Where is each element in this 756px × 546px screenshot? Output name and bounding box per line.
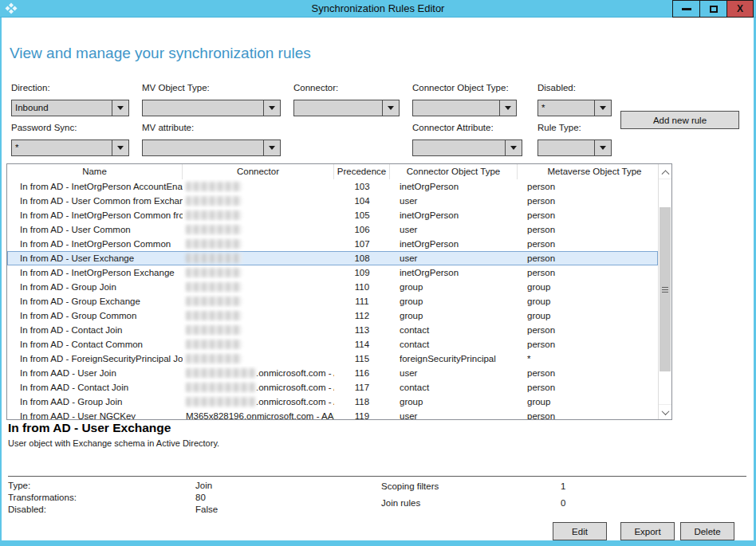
vertical-scrollbar[interactable] (658, 164, 671, 419)
title-bar: Synchronization Rules Editor X (0, 0, 756, 18)
chevron-down-icon[interactable] (382, 100, 399, 116)
redacted-connector-name (186, 282, 242, 292)
precedence-cell: 109 (334, 265, 390, 280)
chevron-down-icon[interactable] (505, 140, 522, 155)
connector-visible-text: .onmicrosoft.com - AAD (256, 397, 334, 407)
filter-connector-object-type: Connector Object Type: (412, 83, 517, 116)
detail-transformations: Transformations: 80 (8, 493, 77, 502)
rule-name-cell: In from AAD - Group Join (7, 395, 183, 409)
rule-name-cell: In from AD - Group Exchange (7, 294, 183, 308)
rule-name-cell: In from AD - User Common from Exchange (7, 194, 183, 208)
connector-object-type-cell: foreignSecurityPrincipal (390, 352, 518, 366)
filter-direction: Direction: Inbound (11, 83, 129, 116)
table-row[interactable]: In from AD - Contact Join113contactperso… (7, 323, 658, 337)
connector-cell (183, 251, 334, 265)
column-header-name[interactable]: Name (7, 164, 183, 179)
connector-object-type-cell: inetOrgPerson (390, 208, 518, 222)
precedence-cell: 107 (334, 237, 390, 251)
precedence-cell: 114 (334, 337, 390, 352)
table-row[interactable]: In from AD - User Common106userperson (7, 222, 658, 237)
rule-name-cell: In from AAD - User Join (7, 366, 183, 380)
table-row[interactable]: In from AD - InetOrgPerson Exchange109in… (7, 265, 658, 280)
connector-attribute-dropdown[interactable] (412, 139, 522, 156)
connector-object-type-dropdown[interactable] (412, 100, 517, 116)
table-row[interactable]: In from AD - Contact Common114contactper… (7, 337, 658, 352)
connector-cell (183, 352, 334, 366)
password-sync-dropdown[interactable]: * (11, 139, 129, 156)
chevron-down-icon[interactable] (594, 100, 611, 116)
scroll-up-button[interactable] (659, 164, 671, 179)
detail-join-rules: Join rules 0 (381, 498, 420, 508)
direction-dropdown[interactable]: Inbound (11, 100, 129, 116)
scrollbar-thumb[interactable] (660, 207, 671, 371)
connector-cell (183, 237, 334, 251)
detail-type-label: Type: (8, 481, 30, 490)
mv-object-type-dropdown[interactable] (142, 100, 281, 116)
rule-type-dropdown[interactable] (537, 139, 612, 156)
chevron-down-icon[interactable] (112, 140, 128, 155)
chevron-down-icon[interactable] (594, 140, 611, 155)
disabled-dropdown[interactable]: * (537, 100, 612, 116)
metaverse-object-type-cell: person (518, 366, 658, 380)
table-row[interactable]: In from AAD - Group Join.onmicrosoft.com… (7, 395, 658, 409)
password-sync-value: * (15, 143, 18, 152)
connector-cell (183, 265, 334, 280)
table-row[interactable]: In from AD - ForeignSecurityPrincipal Jo… (7, 352, 658, 366)
maximize-button[interactable] (699, 0, 726, 18)
chevron-down-icon[interactable] (263, 100, 280, 116)
table-row[interactable]: In from AD - InetOrgPerson AccountEnable… (7, 179, 658, 194)
redacted-connector-name (186, 325, 242, 335)
precedence-cell: 115 (334, 352, 390, 366)
table-row[interactable]: In from AD - Group Join110groupgroup (7, 280, 658, 294)
connector-cell: .onmicrosoft.com - AAD (183, 366, 334, 380)
mv-attribute-dropdown[interactable] (142, 139, 281, 156)
connector-cell (183, 323, 334, 337)
detail-transformations-value: 80 (195, 493, 206, 502)
connector-dropdown[interactable] (293, 100, 400, 116)
rule-type-label: Rule Type: (537, 123, 612, 133)
table-row[interactable]: In from AD - Group Exchange111groupgroup (7, 294, 658, 308)
redacted-connector-name (186, 225, 242, 234)
connector-object-type-cell: user (390, 194, 518, 208)
connector-object-type-cell: user (390, 366, 518, 380)
table-row[interactable]: In from AAD - User NGCKeyM365x828196.onm… (7, 409, 658, 419)
edit-button[interactable]: Edit (553, 522, 607, 540)
redacted-connector-name (186, 196, 242, 206)
scroll-down-button[interactable] (659, 404, 671, 419)
metaverse-object-type-cell: * (518, 352, 658, 366)
close-icon: X (737, 4, 743, 14)
connector-object-type-cell: group (390, 308, 518, 323)
delete-button[interactable]: Delete (680, 522, 734, 540)
mv-attribute-label: MV attribute: (142, 123, 281, 133)
column-header-metaverse-object-type[interactable]: Metaverse Object Type (518, 164, 671, 179)
export-button[interactable]: Export (620, 522, 675, 540)
column-header-precedence[interactable]: Precedence (334, 164, 390, 179)
table-row[interactable]: In from AAD - Contact Join.onmicrosoft.c… (7, 380, 658, 395)
rule-name-cell: In from AD - InetOrgPerson Common (7, 237, 183, 251)
detail-scoping-filters: Scoping filters 1 (381, 481, 439, 491)
table-row[interactable]: In from AD - User Common from Exchange10… (7, 194, 658, 208)
close-button[interactable]: X (726, 0, 754, 18)
table-row[interactable]: In from AAD - User Join.onmicrosoft.com … (7, 366, 658, 380)
column-header-connector[interactable]: Connector (183, 164, 334, 179)
rule-name-cell: In from AD - InetOrgPerson Exchange (7, 265, 183, 280)
column-header-connector-object-type[interactable]: Connector Object Type (390, 164, 518, 179)
table-row[interactable]: In from AD - Group Common112groupgroup (7, 308, 658, 323)
page-title: View and manage your synchronization rul… (10, 45, 311, 62)
precedence-cell: 103 (334, 179, 390, 194)
table-row[interactable]: In from AD - InetOrgPerson Common from E… (7, 208, 658, 222)
chevron-down-icon[interactable] (112, 100, 128, 116)
add-new-rule-button[interactable]: Add new rule (620, 111, 739, 129)
chevron-down-icon[interactable] (499, 100, 516, 116)
table-row[interactable]: In from AD - InetOrgPerson Common107inet… (7, 237, 658, 251)
connector-object-type-label: Connector Object Type: (412, 83, 517, 93)
precedence-cell: 111 (334, 294, 390, 308)
redacted-connector-name (186, 311, 242, 320)
redacted-connector-name (186, 210, 242, 220)
disabled-label: Disabled: (537, 83, 612, 93)
table-row[interactable]: In from AD - User Exchange108userperson (7, 251, 658, 265)
minimize-button[interactable] (672, 0, 699, 18)
chevron-down-icon[interactable] (263, 140, 280, 155)
precedence-cell: 116 (334, 366, 390, 380)
precedence-cell: 113 (334, 323, 390, 337)
